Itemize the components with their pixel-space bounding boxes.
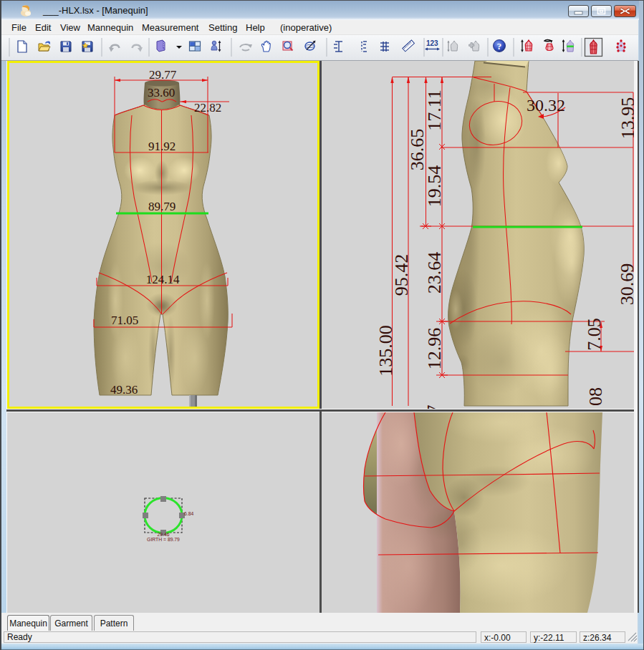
svg-text:29.46: 29.46 — [157, 532, 169, 537]
svg-text:12.96: 12.96 — [424, 328, 445, 370]
svg-text:89.79: 89.79 — [148, 200, 176, 213]
svg-text:23.64: 23.64 — [424, 252, 445, 294]
svg-text:49.36: 49.36 — [110, 383, 138, 397]
svg-text:135.00: 135.00 — [375, 325, 396, 377]
svg-text:95.42: 95.42 — [391, 254, 412, 296]
svg-text:17.11: 17.11 — [424, 89, 445, 131]
svg-text:123: 123 — [426, 39, 438, 47]
svg-text:30.69: 30.69 — [617, 263, 634, 306]
svg-text:GIRTH = 89.79: GIRTH = 89.79 — [147, 537, 180, 542]
svg-text:29.77: 29.77 — [149, 68, 177, 82]
svg-text:?: ? — [497, 41, 502, 52]
svg-text:124.14: 124.14 — [146, 273, 180, 286]
svg-text:08: 08 — [585, 387, 606, 406]
svg-text:71.05: 71.05 — [111, 314, 138, 327]
svg-text:36.65: 36.65 — [407, 129, 428, 171]
svg-text:33.60: 33.60 — [148, 86, 175, 100]
svg-text:19.54: 19.54 — [424, 165, 445, 208]
svg-text:91.92: 91.92 — [148, 140, 176, 153]
svg-text:30.32: 30.32 — [527, 96, 565, 115]
svg-text:6.84: 6.84 — [184, 511, 193, 516]
svg-text:7.05: 7.05 — [584, 318, 605, 351]
svg-text:13.95: 13.95 — [617, 97, 634, 140]
svg-text:22.82: 22.82 — [194, 101, 221, 115]
